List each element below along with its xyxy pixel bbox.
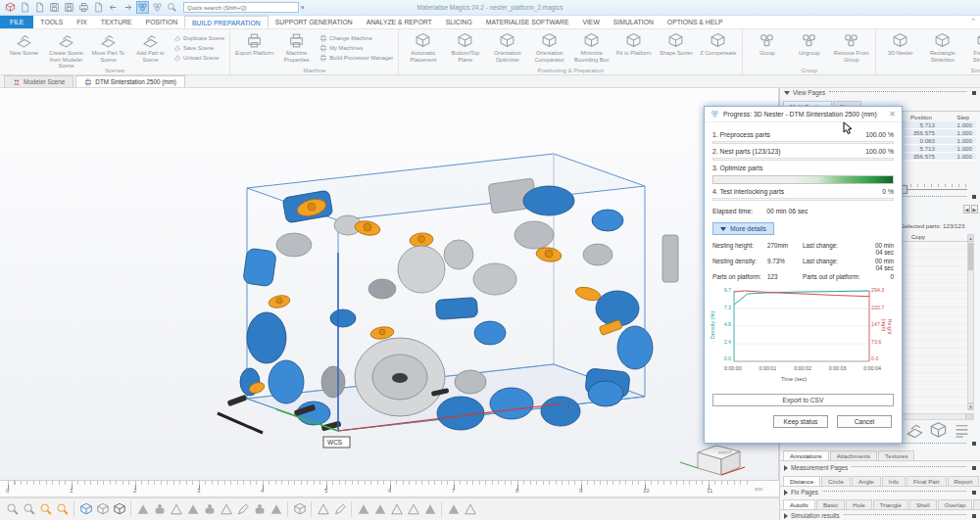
part-preview-2-icon[interactable] [906, 421, 924, 441]
fix-tab[interactable]: Basic [816, 499, 845, 509]
mark-surface-icon[interactable] [168, 501, 184, 518]
measurement-tab[interactable]: Angle [852, 476, 881, 486]
ribbon-button[interactable]: Export Platform [233, 31, 275, 63]
tab-modeler-scene[interactable]: Modeler Scene [4, 75, 74, 87]
tab-scroll-right-icon[interactable]: ▶ [971, 205, 978, 213]
cancel-button[interactable]: Cancel [837, 415, 892, 428]
ribbon-small-button[interactable]: Duplicate Scene [173, 34, 224, 42]
view-pages-header[interactable]: View Pages [780, 89, 980, 96]
zoom-selection-icon[interactable] [54, 501, 71, 518]
ribbon-button[interactable]: Remove From Group [830, 31, 872, 63]
ribbon-button[interactable]: Freeform Sinterbox [963, 31, 980, 63]
close-icon[interactable]: ✕ [889, 110, 896, 118]
ribbon-button[interactable]: Orientation Comparator [528, 31, 570, 63]
menu-item[interactable]: TOOLS [33, 16, 70, 28]
menu-item[interactable]: SIMULATION [607, 16, 661, 28]
measurement-tab[interactable]: Report [948, 476, 980, 486]
redo-icon[interactable] [122, 1, 134, 14]
triangle-tool-3-icon[interactable] [388, 501, 405, 518]
fix-tab[interactable]: Triangle [873, 499, 908, 509]
ribbon-button[interactable]: Rectangle Sinterbox [921, 31, 963, 63]
ribbon-small-button[interactable]: Change Machine [319, 34, 393, 42]
measure-pen-icon[interactable] [331, 501, 348, 518]
export-csv-button[interactable]: Export to CSV [712, 394, 894, 406]
measurement-tab[interactable]: Distance [783, 476, 820, 486]
ribbon-small-button[interactable]: Save Scene [173, 44, 224, 52]
measurement-tab[interactable]: Final Part [906, 476, 946, 486]
ribbon-button[interactable]: Minimize Bounding Box [570, 31, 612, 63]
measurement-tab[interactable]: Circle [821, 476, 851, 486]
mark-polygon-icon[interactable] [218, 501, 234, 518]
measurement-pages-header[interactable]: Measurement Pages [780, 464, 980, 471]
search-dropdown-icon[interactable]: ▾ [301, 4, 305, 12]
menu-item[interactable]: SLICING [439, 16, 479, 28]
ribbon-button[interactable]: Orientation Optimizer [486, 31, 528, 63]
triangle-tool-7-icon[interactable] [462, 501, 478, 518]
fix-tab[interactable]: Shell [909, 499, 937, 509]
menu-file[interactable]: FILE [0, 16, 33, 28]
menu-item[interactable]: POSITION [139, 16, 184, 28]
scroll-down-icon[interactable]: ▼ [968, 402, 973, 409]
zoom-in-icon[interactable] [4, 501, 21, 518]
ribbon-button[interactable]: Machine Properties [275, 31, 318, 63]
ribbon-button[interactable]: Z Compensate [697, 31, 739, 63]
tab-scroll-left-icon[interactable]: ◀ [963, 205, 970, 213]
cube-marking-icon[interactable] [291, 501, 308, 518]
part-list-settings-icon[interactable] [953, 421, 971, 441]
menu-item[interactable]: BUILD PREPARATION [184, 16, 269, 28]
mark-plane-icon[interactable] [151, 501, 168, 518]
viewport-3d[interactable]: x WCS FRONT [0, 88, 779, 480]
ribbon-button[interactable]: 3D Nester [879, 31, 921, 63]
mark-window-icon[interactable] [201, 501, 218, 518]
triangle-tool-4-icon[interactable] [405, 501, 421, 518]
ribbon-small-button[interactable]: Unload Scene [173, 54, 224, 62]
menu-item[interactable]: OPTIONS & HELP [661, 16, 730, 28]
zoom-window-icon[interactable] [21, 501, 37, 518]
fix-tab[interactable]: Autofix [783, 499, 815, 509]
new-file-icon[interactable] [19, 1, 31, 14]
scroll-right-icon[interactable] [965, 414, 973, 419]
tab-textures[interactable]: Textures [878, 450, 914, 460]
part-preview-3-icon[interactable] [929, 421, 948, 441]
tab-annotations[interactable]: Annotations [783, 450, 829, 460]
ribbon-button[interactable]: Move Part To Scene [87, 31, 129, 69]
ribbon-button[interactable]: Shape Sorter [655, 31, 697, 63]
ribbon-collapse-icon[interactable]: ⌃ [970, 18, 976, 25]
quick-search-input[interactable] [183, 2, 299, 13]
fix-tab[interactable]: Overlap [938, 499, 973, 509]
fix-pages-header[interactable]: Fix Pages [780, 489, 980, 496]
refresh-icon[interactable] [151, 1, 164, 14]
tab-platform-scene[interactable]: DTM Sinterstation 2500 (mm) [75, 75, 185, 87]
fix-tab[interactable]: Hole [846, 499, 872, 509]
ribbon-button[interactable]: Create Scene from Modeler Scene [45, 31, 87, 69]
triangle-tool-6-icon[interactable] [445, 501, 462, 518]
pointer-icon[interactable] [315, 501, 331, 518]
more-details-button[interactable]: More details [712, 222, 774, 235]
menu-item[interactable]: FIX [70, 16, 94, 28]
ribbon-button[interactable]: Group [746, 31, 788, 63]
menu-item[interactable]: MATERIALISE SOFTWARE [479, 16, 576, 28]
import-icon[interactable] [77, 1, 90, 14]
ribbon-button[interactable]: Automatic Placement [402, 31, 444, 63]
unmark-all-icon[interactable] [268, 501, 284, 518]
measurement-tab[interactable]: Info [882, 476, 906, 486]
undo-icon[interactable] [107, 1, 120, 14]
ribbon-button[interactable]: Ungroup [788, 31, 830, 63]
orientation-cube[interactable]: FRONT [680, 446, 745, 475]
ribbon-button[interactable]: Fit to Platform [612, 31, 655, 63]
zoom-dynamic-icon[interactable] [37, 501, 54, 518]
wireframe-view-icon[interactable] [94, 501, 111, 518]
ribbon-button[interactable]: Bottom/Top Plane [444, 31, 486, 63]
menu-item[interactable]: SUPPORT GENERATION [269, 16, 360, 28]
menu-item[interactable]: VIEW [575, 16, 606, 28]
ribbon-small-button[interactable]: My Machines [319, 44, 393, 52]
fix-tab[interactable]: E [973, 499, 980, 509]
menu-item[interactable]: ANALYZE & REPORT [360, 16, 439, 28]
save-all-icon[interactable] [63, 1, 75, 14]
open-file-icon[interactable] [33, 1, 46, 14]
mark-freehand-icon[interactable] [251, 501, 268, 518]
export-icon[interactable] [92, 1, 105, 14]
mark-triangle-icon[interactable] [134, 501, 151, 518]
save-icon[interactable] [48, 1, 61, 14]
view-cube-icon[interactable] [77, 501, 94, 518]
